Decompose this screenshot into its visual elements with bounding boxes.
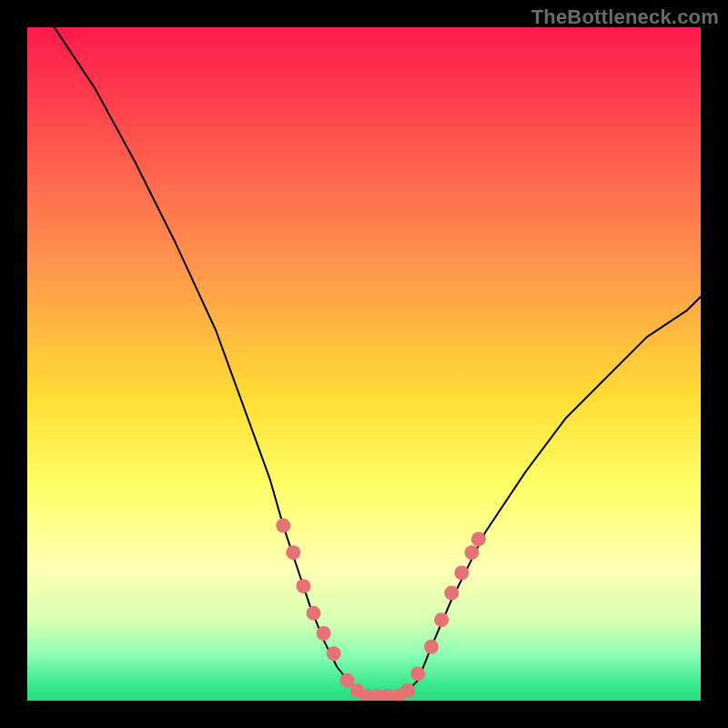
marker-point bbox=[286, 545, 300, 560]
markers-group bbox=[276, 519, 486, 701]
chart-frame: TheBottleneck.com bbox=[0, 0, 728, 728]
marker-point bbox=[307, 606, 321, 621]
curve-path-group bbox=[55, 27, 701, 697]
marker-point bbox=[444, 586, 459, 601]
marker-point bbox=[424, 640, 439, 654]
watermark-label: TheBottleneck.com bbox=[531, 5, 719, 29]
plot-area bbox=[27, 27, 701, 701]
marker-point bbox=[454, 565, 469, 580]
marker-point bbox=[276, 519, 290, 533]
marker-point bbox=[471, 531, 486, 546]
marker-point bbox=[317, 626, 331, 641]
series-bottleneck-curve bbox=[55, 27, 701, 697]
marker-point bbox=[400, 683, 415, 698]
chart-svg bbox=[27, 27, 701, 701]
marker-point bbox=[296, 579, 310, 593]
marker-point bbox=[410, 666, 425, 681]
marker-point bbox=[464, 545, 479, 560]
marker-point bbox=[327, 646, 341, 661]
marker-point bbox=[434, 612, 449, 627]
